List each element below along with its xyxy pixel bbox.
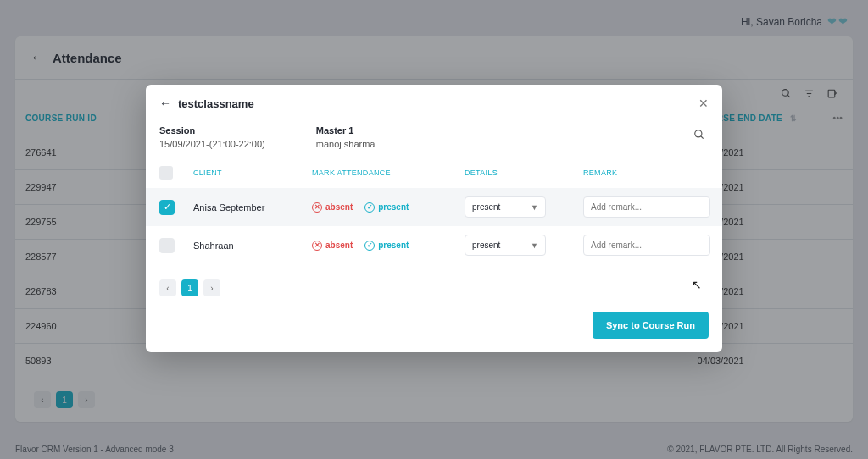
modal-table-head: CLIENT MARK ATTENDANCE DETAILS REMARK xyxy=(146,158,722,188)
modal-pager-page-1[interactable]: 1 xyxy=(181,279,198,296)
session-value: 15/09/2021-(21:00-22:00) xyxy=(159,139,265,149)
modal-title: testclassname xyxy=(178,97,698,110)
modal-pager-prev[interactable]: ‹ xyxy=(159,279,176,296)
details-select[interactable]: present ▼ xyxy=(465,196,546,218)
details-select[interactable]: present ▼ xyxy=(465,235,546,256)
client-row: ✓ Anisa September ✕absent ✓present prese… xyxy=(146,188,722,226)
col-mark: MARK ATTENDANCE xyxy=(312,169,465,177)
modal-pager-next[interactable]: › xyxy=(203,279,220,296)
attendance-modal: ← testclassname ✕ Session 15/09/2021-(21… xyxy=(146,85,722,352)
present-icon: ✓ xyxy=(364,202,375,213)
row-checkbox[interactable]: ✓ xyxy=(159,200,175,215)
mark-absent-button[interactable]: ✕absent xyxy=(312,202,353,213)
chevron-down-icon: ▼ xyxy=(531,203,538,212)
sync-button[interactable]: Sync to Course Run xyxy=(593,312,709,339)
absent-icon: ✕ xyxy=(312,202,322,213)
client-name: Anisa September xyxy=(193,202,312,213)
modal-pager: ‹ 1 › xyxy=(146,264,722,312)
col-remark: REMARK xyxy=(583,169,709,177)
modal-back-icon[interactable]: ← xyxy=(159,97,171,110)
remark-input[interactable] xyxy=(583,235,710,256)
close-icon[interactable]: ✕ xyxy=(698,97,709,110)
master-value: manoj sharma xyxy=(316,139,376,149)
master-label: Master 1 xyxy=(316,125,376,135)
present-icon: ✓ xyxy=(364,241,375,251)
row-checkbox[interactable] xyxy=(159,238,175,253)
client-row: Shahraan ✕absent ✓present present ▼ xyxy=(146,226,722,264)
mark-present-button[interactable]: ✓present xyxy=(364,241,409,251)
mark-present-button[interactable]: ✓present xyxy=(364,202,409,213)
select-all-checkbox[interactable] xyxy=(159,166,173,180)
session-label: Session xyxy=(159,125,265,135)
mark-absent-button[interactable]: ✕absent xyxy=(312,241,353,251)
absent-icon: ✕ xyxy=(312,241,322,251)
svg-point-6 xyxy=(695,130,702,137)
chevron-down-icon: ▼ xyxy=(531,241,538,250)
col-client: CLIENT xyxy=(193,169,312,177)
remark-input[interactable] xyxy=(583,196,710,218)
client-name: Shahraan xyxy=(193,241,312,251)
svg-line-7 xyxy=(701,136,704,139)
col-details: DETAILS xyxy=(465,169,583,177)
modal-search-icon[interactable] xyxy=(693,129,705,143)
modal-overlay: ← testclassname ✕ Session 15/09/2021-(21… xyxy=(0,0,868,459)
